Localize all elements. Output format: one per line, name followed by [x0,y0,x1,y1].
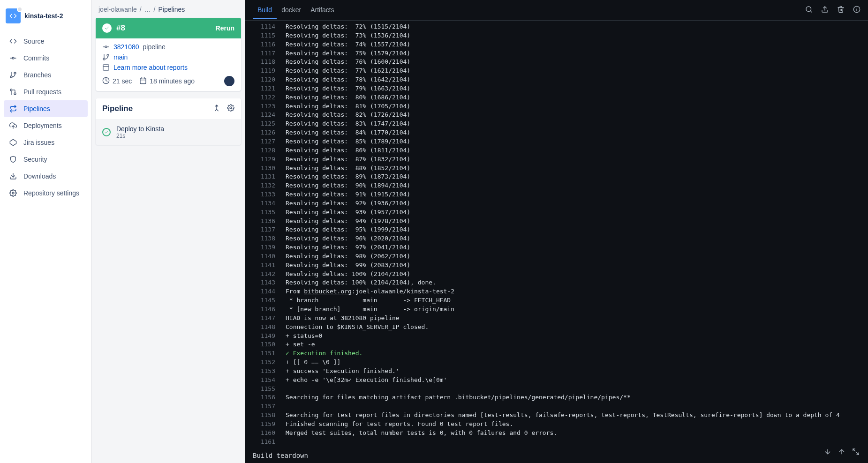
reports-icon [102,64,110,71]
branch-icon [8,70,18,80]
pipeline-card: Pipeline Deploy to Kinsta 21s [96,98,241,145]
tab-artifacts[interactable]: Artifacts [306,1,339,19]
step-success-icon [102,128,111,136]
trash-icon[interactable] [837,6,845,15]
download-icon [8,172,18,181]
nav-downloads[interactable]: Downloads [4,168,88,185]
nav-label: Deployments [23,122,62,129]
nav-label: Downloads [23,172,56,180]
nav-source[interactable]: Source [4,33,88,50]
svg-rect-22 [140,78,146,83]
svg-point-12 [12,192,14,194]
nav-repo-settings[interactable]: Repository settings [4,185,88,202]
tab-build[interactable]: Build [253,1,277,19]
nav-pull-requests[interactable]: Pull requests [4,83,88,100]
run-duration: 21 sec [113,77,132,85]
nav-label: Jira issues [23,139,54,146]
commit-hash-icon [102,43,110,51]
crumb-ellipsis[interactable]: … [144,6,151,13]
sidebar: kinsta-test-2 Source Commits Branches Pu… [0,0,92,463]
source-icon [8,37,18,46]
nav-label: Commits [23,54,49,62]
info-icon[interactable] [853,6,860,15]
reports-link[interactable]: Learn more about reports [113,64,188,71]
commit-icon [8,53,18,63]
log-section-teardown[interactable]: Build teardown [245,447,868,463]
pull-request-icon [8,87,18,97]
nav-deployments[interactable]: Deployments [4,117,88,134]
run-number: #8 [116,23,125,33]
crumb-owner[interactable]: joel-olawanle [98,6,137,13]
svg-line-35 [853,449,855,451]
nav-label: Security [23,156,47,163]
svg-line-36 [856,452,859,455]
run-card: #8 Rerun 3821080 pipeline main Learn mor… [96,18,241,91]
download-log-icon[interactable] [821,6,829,15]
run-timestamp: 18 minutes ago [150,77,195,85]
repo-name[interactable]: kinsta-test-2 [24,12,63,20]
log-panel: Build docker Artifacts 1114Resolving del… [245,0,868,463]
commit-message: pipeline [143,43,166,51]
pipeline-title: Pipeline [102,104,133,113]
pipeline-icon [8,104,18,113]
log-footer-controls [824,448,860,457]
nav-label: Source [23,37,44,45]
breadcrumbs: joel-olawanle / … / Pipelines [96,4,241,18]
cloud-upload-icon [8,121,18,130]
scroll-top-icon[interactable] [838,448,845,457]
gear-icon [8,188,18,198]
log-tabs: Build docker Artifacts [245,0,868,21]
pin-icon[interactable] [213,104,220,113]
svg-line-28 [810,11,812,12]
svg-point-26 [230,107,232,109]
nav-label: Pipelines [23,105,50,112]
crumb-current: Pipelines [159,6,185,13]
log-output[interactable]: 1114Resolving deltas: 72% (1515/2104)111… [245,21,868,447]
nav-label: Branches [23,71,51,79]
nav-label: Pull requests [23,88,61,96]
rerun-button[interactable]: Rerun [216,24,234,32]
clock-icon [102,77,110,86]
fullscreen-icon[interactable] [852,448,860,457]
commit-link[interactable]: 3821080 [113,43,139,51]
repo-avatar [6,8,21,23]
repo-status-badge [17,7,23,12]
nav-pipelines[interactable]: Pipelines [4,100,88,117]
nav-list: Source Commits Branches Pull requests Pi… [0,33,91,202]
calendar-icon [139,77,147,86]
success-check-icon [102,23,112,33]
nav-jira-issues[interactable]: Jira issues [4,134,88,151]
code-icon [9,12,17,20]
step-name: Deploy to Kinsta [116,125,164,133]
branch-icon [102,53,110,61]
run-panel: joel-olawanle / … / Pipelines #8 Rerun 3… [92,0,245,463]
branch-link[interactable]: main [113,53,128,61]
nav-commits[interactable]: Commits [4,50,88,67]
nav-security[interactable]: Security [4,151,88,168]
shield-icon [8,155,18,164]
pipeline-settings-icon[interactable] [227,104,234,113]
tab-docker[interactable]: docker [277,1,306,19]
nav-label: Repository settings [23,189,79,197]
scroll-bottom-icon[interactable] [824,448,831,457]
svg-rect-19 [103,65,109,70]
author-avatar[interactable] [224,76,234,86]
search-icon[interactable] [805,6,813,15]
svg-marker-10 [10,139,16,145]
nav-branches[interactable]: Branches [4,67,88,83]
step-duration: 21s [116,133,164,139]
jira-icon [8,138,18,147]
pipeline-step[interactable]: Deploy to Kinsta 21s [96,119,241,145]
